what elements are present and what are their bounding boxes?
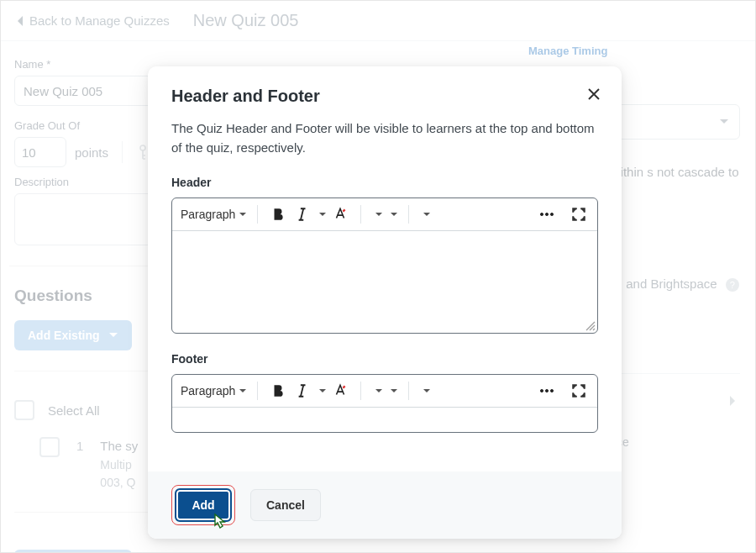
modal-title: Header and Footer [171, 87, 598, 106]
chevron-down-icon [318, 388, 327, 394]
close-button[interactable] [586, 87, 603, 103]
insert-button[interactable] [419, 388, 431, 394]
header-footer-modal: Header and Footer The Quiz Header and Fo… [148, 66, 622, 539]
footer-editor[interactable]: Paragraph [171, 374, 598, 433]
add-button-highlight: Add [171, 485, 235, 525]
chevron-down-icon [390, 388, 398, 394]
resize-icon [584, 319, 596, 331]
chevron-down-icon [423, 388, 431, 394]
svg-point-4 [540, 213, 543, 215]
modal-description: The Quiz Header and Footer will be visib… [171, 119, 598, 157]
svg-point-10 [540, 389, 543, 392]
more-horizontal-icon [539, 383, 554, 398]
svg-point-11 [545, 389, 548, 392]
svg-point-5 [545, 213, 548, 215]
font-color-button[interactable] [330, 381, 350, 401]
align-button[interactable] [371, 212, 383, 218]
bold-button[interactable] [268, 204, 288, 224]
chevron-down-icon [375, 212, 383, 218]
header-textarea[interactable] [172, 231, 597, 333]
fullscreen-button[interactable] [569, 204, 589, 224]
cursor-pointer-icon [213, 513, 228, 529]
more-actions-button[interactable] [537, 204, 557, 224]
resize-handle[interactable] [584, 319, 596, 331]
italic-icon [294, 383, 309, 398]
chevron-down-icon [239, 388, 247, 394]
list-button[interactable] [386, 212, 398, 218]
footer-toolbar: Paragraph [172, 375, 597, 408]
chevron-down-icon [390, 212, 398, 218]
footer-label: Footer [171, 352, 598, 366]
list-button[interactable] [386, 388, 398, 394]
align-button[interactable] [371, 388, 383, 394]
header-label: Header [171, 176, 598, 189]
more-horizontal-icon [539, 207, 554, 222]
insert-button[interactable] [419, 212, 431, 218]
header-toolbar: Paragraph [172, 198, 597, 231]
font-color-icon [333, 383, 348, 398]
italic-button[interactable] [291, 381, 312, 401]
chevron-down-icon [423, 212, 431, 218]
italic-button[interactable] [291, 204, 312, 224]
more-actions-button[interactable] [537, 381, 557, 401]
header-editor[interactable]: Paragraph [171, 198, 598, 334]
footer-textarea[interactable] [172, 408, 597, 432]
chevron-down-icon [318, 212, 327, 218]
fullscreen-icon [571, 383, 586, 398]
bold-icon [270, 207, 286, 222]
paragraph-style-select[interactable]: Paragraph [181, 208, 247, 221]
fullscreen-button[interactable] [569, 381, 589, 401]
underline-button[interactable] [315, 388, 327, 394]
cancel-button[interactable]: Cancel [250, 489, 321, 521]
paragraph-style-select[interactable]: Paragraph [181, 384, 247, 398]
chevron-down-icon [239, 212, 247, 218]
svg-point-6 [550, 213, 553, 215]
italic-icon [294, 207, 309, 222]
bold-button[interactable] [268, 381, 288, 401]
chevron-down-icon [375, 388, 383, 394]
underline-button[interactable] [315, 212, 327, 218]
fullscreen-icon [571, 207, 586, 222]
bold-icon [270, 383, 286, 398]
svg-point-12 [550, 389, 553, 392]
font-color-icon [333, 207, 348, 222]
close-icon [586, 87, 601, 102]
font-color-button[interactable] [330, 204, 350, 224]
